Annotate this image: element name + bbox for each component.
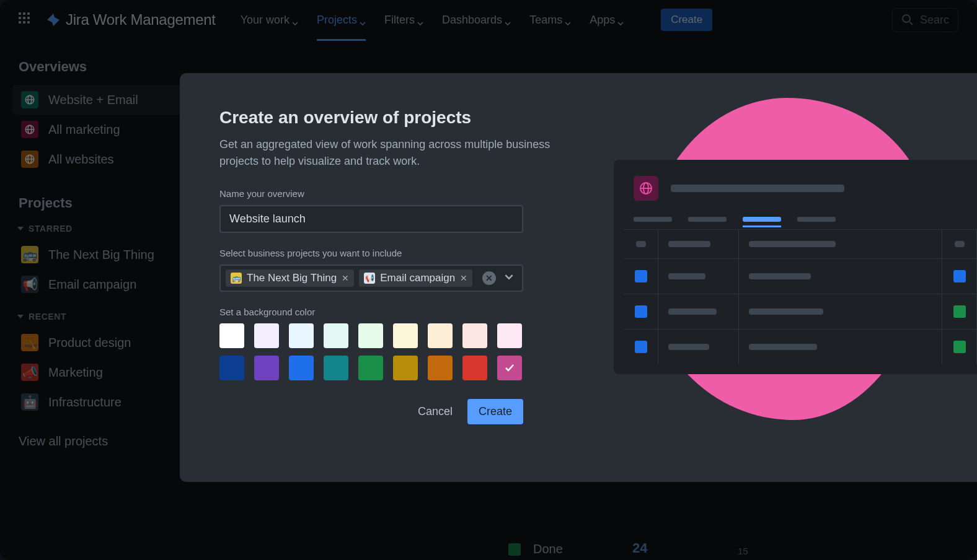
svg-line-1: [909, 22, 913, 25]
project-label: Infrastructure: [48, 395, 122, 409]
color-swatch[interactable]: [428, 323, 453, 348]
overview-name-input[interactable]: [219, 205, 523, 233]
search-input[interactable]: Searc: [892, 8, 958, 32]
color-swatch[interactable]: [289, 356, 314, 380]
overview-label: All marketing: [48, 123, 120, 137]
project-icon: 🤖: [21, 393, 38, 411]
chevron-down-icon[interactable]: [501, 273, 517, 284]
chevron-down-icon: [417, 17, 423, 23]
search-placeholder: Searc: [920, 14, 949, 27]
top-nav: Jira Work Management Your work Projects …: [0, 0, 977, 40]
svg-point-0: [903, 15, 910, 22]
cancel-button[interactable]: Cancel: [418, 405, 453, 418]
check-icon: [503, 362, 516, 374]
projects-multiselect[interactable]: 🚌 The Next Big Thing ✕ 📢 Email campaign …: [219, 265, 523, 292]
selected-project-chip: 📢 Email campaign ✕: [359, 269, 472, 287]
color-swatch[interactable]: [462, 323, 487, 348]
project-label: Product design: [48, 336, 131, 350]
project-icon: 🚌: [231, 273, 242, 284]
color-swatch[interactable]: [462, 356, 487, 380]
project-icon: 🚌: [21, 246, 38, 263]
color-swatch[interactable]: [324, 356, 348, 380]
nav-dashboards[interactable]: Dashboards: [442, 1, 511, 39]
chevron-down-icon: [360, 17, 366, 23]
project-icon: 🛶: [21, 334, 38, 351]
color-swatch[interactable]: [393, 356, 418, 380]
app-switcher-icon[interactable]: [19, 12, 33, 27]
chevron-down-icon: [565, 17, 571, 23]
color-swatch[interactable]: [358, 356, 383, 380]
color-swatch[interactable]: [254, 323, 279, 348]
name-label: Name your overview: [219, 188, 574, 199]
modal-title: Create an overview of projects: [219, 108, 574, 128]
overview-label: All websites: [48, 152, 114, 167]
nav-your-work[interactable]: Your work: [241, 1, 298, 39]
selected-project-chip: 🚌 The Next Big Thing ✕: [226, 269, 354, 287]
axis-tick: 15: [738, 546, 748, 556]
overview-label: Website + Email: [48, 93, 138, 107]
color-swatch[interactable]: [219, 356, 244, 380]
nav-projects[interactable]: Projects: [317, 1, 366, 39]
project-icon: 📢: [21, 276, 38, 293]
nav-apps[interactable]: Apps: [590, 1, 624, 39]
clear-selection-button[interactable]: ✕: [482, 271, 496, 285]
chevron-down-icon: [17, 227, 24, 230]
color-swatch[interactable]: [324, 323, 348, 348]
remove-chip-button[interactable]: ✕: [342, 273, 349, 283]
color-swatch[interactable]: [219, 323, 244, 348]
color-label: Set a background color: [219, 307, 574, 317]
submit-create-button[interactable]: Create: [467, 399, 523, 424]
product-logo[interactable]: Jira Work Management: [46, 11, 216, 28]
create-overview-modal: Create an overview of projects Get an ag…: [180, 73, 977, 482]
chevron-down-icon: [505, 17, 511, 23]
color-swatch[interactable]: [358, 323, 383, 348]
brand-text: Jira Work Management: [66, 11, 216, 28]
status-count: 24: [632, 540, 647, 556]
color-swatch[interactable]: [289, 323, 314, 348]
project-icon: 📢: [364, 273, 375, 284]
chip-label: The Next Big Thing: [247, 272, 337, 284]
nav-filters[interactable]: Filters: [384, 1, 423, 39]
globe-icon: [21, 151, 38, 168]
chevron-down-icon: [617, 17, 624, 23]
globe-icon: [21, 121, 38, 138]
project-label: Marketing: [48, 365, 103, 380]
color-swatch[interactable]: [497, 356, 522, 380]
jira-icon: [46, 12, 61, 27]
create-button[interactable]: Create: [661, 9, 712, 31]
chip-label: Email campaign: [380, 272, 455, 284]
nav-teams[interactable]: Teams: [529, 1, 571, 39]
preview-mock: [614, 160, 977, 374]
remove-chip-button[interactable]: ✕: [460, 273, 467, 283]
globe-icon: [634, 176, 658, 201]
modal-description: Get an aggregated view of work spanning …: [219, 136, 554, 170]
select-projects-label: Select business projects you want to inc…: [219, 248, 574, 258]
color-swatch[interactable]: [428, 356, 453, 380]
project-label: The Next Big Thing: [48, 248, 154, 262]
project-label: Email campaign: [48, 278, 136, 292]
color-swatch[interactable]: [254, 356, 279, 380]
chevron-down-icon: [292, 17, 298, 23]
chevron-down-icon: [17, 315, 24, 318]
project-icon: 📣: [21, 364, 38, 381]
modal-illustration: [614, 73, 977, 482]
color-swatch[interactable]: [393, 323, 418, 348]
color-swatch[interactable]: [497, 323, 522, 348]
search-icon: [901, 14, 914, 26]
globe-icon: [21, 91, 38, 108]
